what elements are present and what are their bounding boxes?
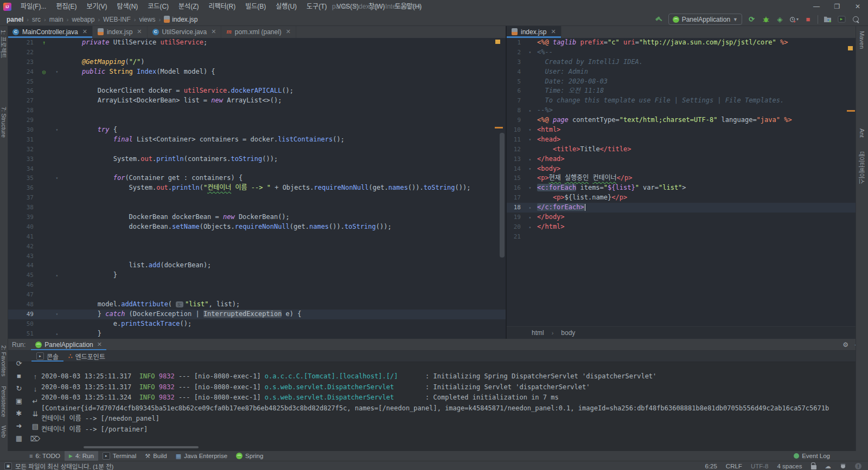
code-line[interactable]: 50 e.printStackTrace(); xyxy=(8,319,506,329)
up-stacktrace-icon[interactable]: ↑ xyxy=(34,370,37,383)
code-line[interactable]: 15<p>현재 실행중인 컨테이너</p> xyxy=(507,173,857,183)
menu-item[interactable]: 빌드(B) xyxy=(240,3,271,10)
line-number[interactable]: 51 xyxy=(8,329,38,339)
soft-wrap-icon[interactable]: ↵ xyxy=(33,395,39,408)
line-number[interactable]: 5 xyxy=(507,77,525,87)
line-number[interactable]: 30 xyxy=(8,125,38,135)
menu-item[interactable]: 리팩터(R) xyxy=(203,3,240,10)
line-number[interactable]: 21 xyxy=(8,38,38,48)
code-line[interactable]: 51▴ } xyxy=(8,329,506,339)
code-line[interactable]: 2▾<%-- xyxy=(507,48,857,57)
profiler-icon[interactable]: ▾ xyxy=(789,15,799,24)
tool-window-button-4-run[interactable]: ▶4: Run xyxy=(65,451,98,461)
fold-marker-icon[interactable]: ▴ xyxy=(525,222,535,232)
line-number[interactable]: 15 xyxy=(507,173,525,183)
line-number[interactable]: 27 xyxy=(8,96,38,106)
line-number[interactable]: 34 xyxy=(8,164,38,174)
line-number[interactable]: 18 xyxy=(507,203,525,213)
line-number[interactable]: 9 xyxy=(507,115,525,125)
line-number[interactable]: 24 xyxy=(8,67,38,77)
line-number[interactable]: 19 xyxy=(507,213,525,222)
fold-marker-icon[interactable]: ▴ xyxy=(525,203,535,213)
line-number[interactable]: 45 xyxy=(8,271,38,280)
line-number[interactable]: 43 xyxy=(8,252,38,261)
lock-icon[interactable] xyxy=(811,465,816,469)
console-line[interactable]: [Container{id=7d707d4cfb89345ba51ec8b62c… xyxy=(41,403,866,414)
line-number[interactable]: 40 xyxy=(8,222,38,232)
horizontal-scrollbar[interactable] xyxy=(84,446,199,448)
run-configuration-select[interactable]: PanelApplication ▼ xyxy=(668,14,742,25)
indent-setting[interactable]: 4 spaces xyxy=(777,463,802,469)
close-button[interactable]: ✕ xyxy=(847,0,868,13)
close-icon[interactable]: ✕ xyxy=(551,28,556,35)
line-number[interactable]: 20 xyxy=(507,222,525,232)
fold-marker-icon[interactable]: ▾ xyxy=(525,125,535,135)
console-output[interactable]: 2020-08-03 13:25:11.317 INFO 9832 --- [n… xyxy=(41,371,866,445)
fold-marker-icon[interactable]: ▾ xyxy=(50,173,64,183)
run-view-tab-console[interactable]: ▸콘솔 xyxy=(31,351,63,362)
breadcrumb-item[interactable]: body xyxy=(561,329,575,337)
console-line[interactable]: 2020-08-03 13:25:11.324 INFO 9832 --- [n… xyxy=(41,392,866,403)
line-number[interactable]: 14 xyxy=(507,164,525,174)
fold-marker-icon[interactable]: ▾ xyxy=(525,48,535,57)
line-number[interactable]: 31 xyxy=(8,135,38,145)
code-line[interactable]: 11▾<head> xyxy=(507,135,857,145)
code-line[interactable]: 31 final List<Container> containers = do… xyxy=(8,135,506,145)
code-line[interactable]: 27 ArrayList<DockerBean> list = new Arra… xyxy=(8,96,506,106)
menu-item[interactable]: 코드(C) xyxy=(143,3,174,10)
debug-icon[interactable] xyxy=(761,15,770,24)
stop-icon[interactable]: ■ xyxy=(803,15,813,24)
tool-window-button-java-enterprise[interactable]: ▦Java Enterprise xyxy=(171,451,232,461)
menu-item[interactable]: 보기(V) xyxy=(81,3,112,10)
breadcrumb-item[interactable]: webapp xyxy=(72,16,94,23)
fold-marker-icon[interactable]: ▴ xyxy=(525,154,535,164)
line-number[interactable]: 1 xyxy=(507,38,525,48)
code-line[interactable]: 26 DockerClient docker = utilService.doc… xyxy=(8,86,506,96)
tool-window-button-lt1[interactable]: 7: Structure xyxy=(0,107,8,138)
code-line[interactable]: 16▾<c:forEach items="${list}" var="list"… xyxy=(507,183,857,193)
menu-item[interactable]: 파일(F)... xyxy=(16,3,51,10)
code-line[interactable]: 40 dockerBean.setName(Objects.requireNon… xyxy=(8,222,506,232)
file-encoding[interactable]: UTF-8 xyxy=(751,463,769,469)
settings-sync-icon[interactable]: ☁ xyxy=(825,462,832,470)
tab-index-jsp[interactable]: index.jsp✕ xyxy=(507,25,561,38)
spring-mapping-gutter-icon[interactable]: ◎ xyxy=(38,67,50,77)
hector-inspections-icon[interactable] xyxy=(840,462,846,470)
implement-gutter-icon[interactable]: ↑ xyxy=(38,38,50,48)
code-line[interactable]: 19▴</body> xyxy=(507,213,857,222)
menu-item[interactable]: 분석(Z) xyxy=(174,3,203,10)
line-number[interactable]: 2 xyxy=(507,48,525,57)
code-line[interactable]: 9<%@ page contentType="text/html;charset… xyxy=(507,115,857,125)
menu-item[interactable]: 실행(U) xyxy=(271,3,302,10)
code-line[interactable]: 25 xyxy=(8,77,506,87)
breadcrumb-item[interactable]: html xyxy=(532,329,544,337)
tool-window-button-build[interactable]: ⚒Build xyxy=(141,451,171,461)
code-line[interactable]: 35▾ for(Container get : containers) { xyxy=(8,173,506,183)
line-number[interactable]: 3 xyxy=(507,57,525,67)
line-number[interactable]: 37 xyxy=(8,193,38,203)
console-line[interactable]: 2020-08-03 13:25:11.317 INFO 9832 --- [n… xyxy=(41,371,866,382)
line-number[interactable]: 33 xyxy=(8,154,38,164)
line-number[interactable]: 13 xyxy=(507,154,525,164)
code-line[interactable]: 28 xyxy=(8,106,506,115)
code-line[interactable]: 4 User: Admin xyxy=(507,67,857,77)
line-number[interactable]: 23 xyxy=(8,57,38,67)
line-number[interactable]: 25 xyxy=(8,77,38,87)
line-number[interactable]: 50 xyxy=(8,319,38,329)
line-number[interactable]: 12 xyxy=(507,145,525,154)
line-number[interactable]: 44 xyxy=(8,261,38,271)
code-line[interactable]: 32 xyxy=(8,145,506,154)
build-hammer-icon[interactable] xyxy=(654,15,663,24)
line-number[interactable]: 35 xyxy=(8,173,38,183)
rerun-icon[interactable]: ⟳ xyxy=(16,357,22,370)
line-number[interactable]: 46 xyxy=(8,280,38,290)
exit-icon[interactable]: ➜ xyxy=(16,420,22,432)
tab-utilservice-java[interactable]: CUtilService.java✕ xyxy=(148,25,222,38)
breadcrumb-item[interactable]: src xyxy=(32,16,41,23)
code-line[interactable]: 13▴</head> xyxy=(507,154,857,164)
fold-marker-icon[interactable]: ▴ xyxy=(525,106,535,115)
coverage-icon[interactable]: ✱ xyxy=(16,407,22,420)
breadcrumb-item[interactable]: panel xyxy=(7,16,23,23)
thread-dump-icon[interactable]: ▣ xyxy=(16,395,22,407)
run-icon[interactable]: ⟳ xyxy=(747,15,756,24)
